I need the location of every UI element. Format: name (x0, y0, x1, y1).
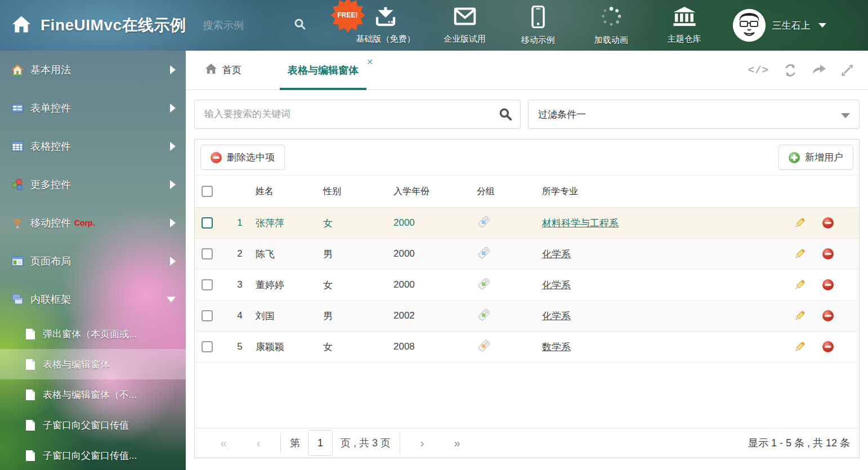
select-all-checkbox[interactable] (202, 186, 213, 197)
edit-pencil-icon[interactable] (794, 279, 806, 291)
sidebar-sub-item[interactable]: 表格与编辑窗体 (0, 349, 186, 379)
delete-row-icon[interactable] (822, 217, 834, 229)
cell-major-link[interactable]: 化学系 (542, 280, 571, 290)
logo[interactable]: FineUIMvc在线示例 (11, 15, 186, 36)
header-nav-item[interactable]: 企业版试用 (441, 6, 489, 44)
delete-row-icon[interactable] (822, 341, 834, 353)
column-header[interactable]: 姓名 (256, 186, 323, 198)
add-user-button[interactable]: 新增用户 (778, 145, 853, 170)
pager-divider (400, 433, 400, 453)
user-menu[interactable]: 三生石上 (733, 9, 826, 42)
chevron-down-icon (841, 113, 850, 118)
sidebar-item-label: 更多控件 (30, 178, 71, 191)
row-checkbox[interactable] (202, 217, 213, 229)
row-checkbox[interactable] (202, 310, 213, 321)
sidebar-sub-item[interactable]: 子窗口向父窗口传值 (0, 410, 186, 440)
sidebar-sub-item-label: 子窗口向父窗口传值... (43, 449, 137, 462)
app-window: FineUIMvc在线示例 FREE!基础版（免费）企业版试用移动示例加载动画主… (0, 0, 868, 470)
prev-page-button[interactable]: ‹ (241, 437, 276, 450)
sidebar-item-label: 表格控件 (30, 140, 71, 153)
file-icon (25, 359, 35, 370)
grid-panel: 删除选中项 新增用户 姓名性别入学年份分组所学专业 1张萍萍女2000材料科学与… (194, 139, 860, 458)
header-nav-item[interactable]: 主题仓库 (661, 6, 708, 44)
column-header[interactable]: 性别 (323, 186, 393, 198)
header-nav-label: 移动示例 (521, 35, 555, 46)
header-search-input[interactable] (203, 20, 293, 32)
sidebar-item[interactable]: 表格控件 (0, 127, 186, 165)
filter-row: 过滤条件一 (186, 90, 868, 129)
column-header[interactable]: 所学专业 (542, 186, 859, 198)
edit-pencil-icon[interactable] (794, 341, 806, 353)
sidebar-item[interactable]: 更多控件 (0, 165, 186, 204)
sidebar-sub-item-label: 表格与编辑窗体（不... (43, 388, 137, 401)
delete-row-icon[interactable] (822, 279, 834, 291)
tab-active[interactable]: 表格与编辑窗体 ✕ (280, 51, 366, 90)
column-header[interactable]: 分组 (477, 186, 542, 198)
last-page-button[interactable]: » (440, 437, 475, 450)
header-search[interactable] (203, 17, 316, 33)
cell-major-link[interactable]: 化学系 (542, 311, 571, 321)
sidebar-item-label: 基本用法 (30, 63, 71, 77)
file-icon (25, 389, 35, 400)
record-count-summary: 显示 1 - 5 条 , 共 12 条 (748, 436, 850, 450)
column-header[interactable]: 入学年份 (393, 186, 477, 198)
next-page-button[interactable]: › (405, 437, 440, 450)
delete-row-icon[interactable] (822, 248, 834, 260)
sidebar-item[interactable]: 内联框架 (0, 280, 186, 319)
delete-row-icon[interactable] (822, 310, 834, 322)
tab-toolbar: </> (748, 51, 853, 90)
expand-icon[interactable] (841, 64, 853, 77)
sidebar-sub-item[interactable]: 表格与编辑窗体（不... (0, 379, 186, 410)
envelope-icon (453, 6, 477, 29)
cell-year: 2000 (393, 217, 477, 229)
tab-home[interactable]: 首页 (205, 63, 241, 77)
app-title: FineUIMvc在线示例 (41, 15, 186, 36)
refresh-icon[interactable] (784, 64, 797, 77)
edit-pencil-icon[interactable] (794, 248, 806, 260)
filter-dropdown[interactable]: 过滤条件一 (528, 100, 860, 129)
sidebar-item[interactable]: 基本用法 (0, 51, 186, 89)
tag-icon (477, 338, 491, 356)
table-row[interactable]: 5康颖颖女2008数学系 (195, 332, 859, 362)
edit-pencil-icon[interactable] (794, 310, 806, 322)
sidebar-item[interactable]: 页面布局 (0, 242, 186, 280)
row-checkbox[interactable] (202, 248, 213, 259)
cell-major-link[interactable]: 数学系 (542, 342, 571, 352)
tab-close-icon[interactable]: ✕ (366, 57, 373, 66)
user-name: 三生石上 (772, 19, 811, 32)
cell-gender: 男 (323, 248, 393, 261)
header-nav-item[interactable]: 移动示例 (514, 6, 562, 46)
sidebar-sub-item[interactable]: 子窗口向父窗口传值... (0, 440, 186, 470)
sidebar-sub-item[interactable]: 弹出窗体（本页面或... (0, 319, 186, 349)
delete-selected-button[interactable]: 删除选中项 (200, 145, 285, 170)
row-checkbox[interactable] (202, 279, 213, 290)
sidebar-item[interactable]: 表单控件 (0, 89, 186, 127)
cell-major-link[interactable]: 材料科学与工程系 (542, 218, 619, 229)
share-icon[interactable] (812, 64, 826, 77)
header-nav: FREE!基础版（免费）企业版试用移动示例加载动画主题仓库 (356, 6, 708, 46)
table-row[interactable]: 2陈飞男2000化学系 (195, 239, 859, 270)
row-checkbox[interactable] (202, 341, 213, 352)
table-row[interactable]: 1张萍萍女2000材料科学与工程系 (195, 208, 859, 239)
page-number-input[interactable]: 1 (308, 430, 333, 456)
header-nav-label: 基础版（免费） (356, 34, 415, 44)
add-button-label: 新增用户 (805, 151, 843, 164)
search-icon[interactable] (293, 17, 307, 33)
header-nav-item[interactable]: 加载动画 (588, 6, 635, 46)
table-row[interactable]: 4刘国男2002化学系 (195, 301, 859, 332)
table-row[interactable]: 3董婷婷女2000化学系 (195, 270, 859, 301)
keyword-search-input[interactable] (194, 100, 521, 129)
header-nav-item[interactable]: FREE!基础版（免费） (356, 6, 415, 44)
file-icon (25, 328, 35, 339)
edit-pencil-icon[interactable] (794, 217, 806, 229)
first-page-button[interactable]: « (206, 437, 241, 450)
sidebar-item-label: 页面布局 (30, 254, 71, 268)
view-source-icon[interactable]: </> (748, 64, 769, 77)
row-index: 2 (224, 248, 256, 259)
avatar[interactable] (733, 9, 766, 42)
search-icon[interactable] (498, 107, 513, 124)
table-body: 1张萍萍女2000材料科学与工程系2陈飞男2000化学系3董婷婷女2000化学系… (195, 208, 859, 362)
sidebar-item[interactable]: 移动控件Corp. (0, 204, 186, 242)
cell-major-link[interactable]: 化学系 (542, 249, 571, 259)
chevron-right-icon (170, 180, 176, 189)
